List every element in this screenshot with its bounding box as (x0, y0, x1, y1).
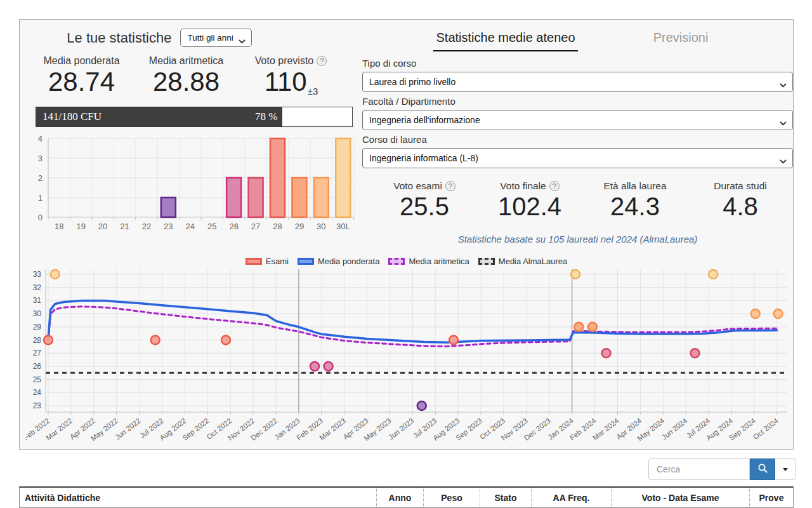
grade-bar-30L (336, 138, 350, 217)
stat-value: 25.5 (372, 192, 477, 221)
filter-label: Corso di laurea (362, 134, 793, 145)
stat-durata-studi: Durata studi 4.8 (688, 180, 793, 221)
year-filter-value: Tutti gli anni (187, 33, 233, 43)
svg-text:2: 2 (38, 173, 43, 183)
personal-stats-row: Media ponderata 28.74 Media aritmetica 2… (29, 55, 343, 97)
facolta-dipartimento-select[interactable]: Ingegneria dell'informazione (362, 110, 793, 130)
svg-text:1: 1 (38, 193, 43, 203)
svg-text:25: 25 (207, 222, 216, 231)
stat-voto-previsto: Voto previsto ? 110±3 (239, 55, 343, 97)
svg-text:Oct 2024: Oct 2024 (752, 417, 780, 441)
filter-tipo-di-corso: Tipo di corso Laurea di primo livello (362, 58, 793, 92)
svg-text:26: 26 (229, 222, 238, 231)
svg-text:4: 4 (38, 134, 43, 144)
stat-label: Voto previsto ? (239, 55, 343, 67)
chart-legend: Esami Media ponderata Media aritmetica M… (20, 257, 793, 266)
legend-swatch-media-almalaurea (478, 258, 495, 265)
exam-dot-28 (449, 336, 458, 345)
search-options-button[interactable] (775, 458, 796, 480)
svg-text:24: 24 (186, 222, 195, 231)
svg-text:23: 23 (33, 401, 42, 410)
selected-value: Laurea di primo livello (369, 77, 455, 87)
exam-dot-27 (691, 349, 700, 358)
svg-text:27: 27 (251, 222, 260, 231)
help-icon[interactable]: ? (445, 181, 455, 191)
page-title: Le tue statistiche (67, 30, 171, 46)
exam-dot-30L (571, 270, 580, 279)
filter-label: Facoltà / Dipartimento (362, 96, 793, 107)
filter-label: Tipo di corso (362, 58, 793, 69)
stat-label: Età alla laurea (582, 180, 688, 192)
grade-bar-26 (226, 178, 241, 217)
caret-down-icon (783, 468, 788, 471)
grade-bar-29 (292, 178, 306, 217)
stat-media-aritmetica: Media aritmetica 28.88 (134, 55, 239, 97)
column-header-attivita-didattiche: Attività Didattiche (20, 488, 376, 507)
help-icon[interactable]: ? (549, 181, 560, 191)
svg-text:Jun 2022: Jun 2022 (114, 417, 142, 441)
column-header-aa-freq: AA Freq. (531, 488, 611, 507)
almalaurea-source-note[interactable]: Statistiche basate su 105 laureati nel 2… (362, 234, 793, 244)
svg-text:Jun 2023: Jun 2023 (387, 417, 416, 441)
tab-previsioni[interactable]: Previsioni (624, 30, 738, 45)
svg-text:18: 18 (55, 222, 63, 231)
exam-dot-29 (574, 323, 583, 331)
exam-dot-30 (751, 309, 760, 318)
stat-media-ponderata: Media ponderata 28.74 (29, 55, 134, 97)
cfu-percent: 78 % (255, 110, 277, 123)
legend-label: Media AlmaLaurea (499, 257, 567, 266)
svg-text:30: 30 (33, 309, 42, 318)
legend-item-media-almalaurea: Media AlmaLaurea (478, 257, 567, 266)
stat-voto-esami: Voto esami ? 25.5 (372, 180, 477, 221)
help-icon[interactable]: ? (317, 56, 327, 66)
svg-text:28: 28 (33, 336, 42, 345)
legend-item-esami: Esami (246, 257, 289, 266)
exam-dot-28 (151, 336, 160, 345)
statistics-panel: Le tue statistiche Tutti gli anni Media … (19, 19, 794, 450)
svg-text:29: 29 (295, 222, 304, 231)
svg-text:26: 26 (33, 362, 42, 371)
exam-dot-26 (310, 362, 319, 371)
corso-di-laurea-select[interactable]: Ingegneria informatica (L-8) (362, 148, 793, 168)
legend-label: Media aritmetica (409, 257, 469, 266)
chevron-down-icon (780, 118, 787, 128)
exam-dot-30L (709, 270, 717, 279)
svg-text:31: 31 (33, 296, 42, 305)
svg-text:24: 24 (33, 388, 42, 397)
filter-facolta-dipartimento: Facoltà / Dipartimento Ingegneria dell'i… (362, 96, 793, 130)
stat-label: Voto esami ? (372, 180, 477, 192)
svg-text:19: 19 (76, 222, 85, 231)
svg-text:21: 21 (120, 222, 129, 231)
grade-bar-27 (249, 178, 263, 217)
stat-voto-finale: Voto finale ? 102.4 (477, 180, 582, 221)
svg-text:33: 33 (33, 270, 42, 279)
ateneo-stats-row: Voto esami ? 25.5 Voto finale ? 102.4 Et… (372, 180, 793, 221)
svg-text:25: 25 (33, 375, 42, 384)
svg-text:Mar 2024: Mar 2024 (591, 417, 620, 442)
year-filter-select[interactable]: Tutti gli anni (180, 29, 251, 47)
tab-statistiche-medie-ateneo[interactable]: Statistiche medie ateneo (433, 30, 578, 51)
svg-text:20: 20 (98, 222, 107, 231)
tipo-di-corso-select[interactable]: Laurea di primo livello (362, 72, 793, 92)
chevron-down-icon (239, 36, 246, 46)
svg-text:29: 29 (33, 323, 42, 331)
cfu-count: 141/180 CFU (43, 110, 102, 123)
search-input[interactable] (648, 458, 750, 480)
exam-dot-30L (51, 270, 60, 279)
search-button[interactable] (750, 458, 775, 480)
predicted-grade-margin: ±3 (308, 86, 318, 97)
chevron-down-icon (780, 80, 787, 90)
column-header-prove: Prove (749, 488, 793, 507)
column-header-voto-data-esame: Voto - Data Esame (611, 488, 749, 507)
selected-value: Ingegneria informatica (L-8) (369, 153, 478, 163)
stat-label-text: Voto previsto (255, 55, 314, 67)
stat-value: 28.74 (29, 67, 134, 97)
svg-text:0: 0 (38, 213, 43, 222)
selected-value: Ingegneria dell'informazione (369, 115, 480, 125)
stat-label: Media ponderata (29, 55, 134, 67)
exam-dot-30 (774, 309, 783, 318)
stat-eta-alla-laurea: Età alla laurea 24.3 (582, 180, 688, 221)
legend-item-media-aritmetica: Media aritmetica (388, 257, 469, 266)
stat-value: 110±3 (239, 67, 343, 97)
svg-text:32: 32 (33, 283, 42, 292)
